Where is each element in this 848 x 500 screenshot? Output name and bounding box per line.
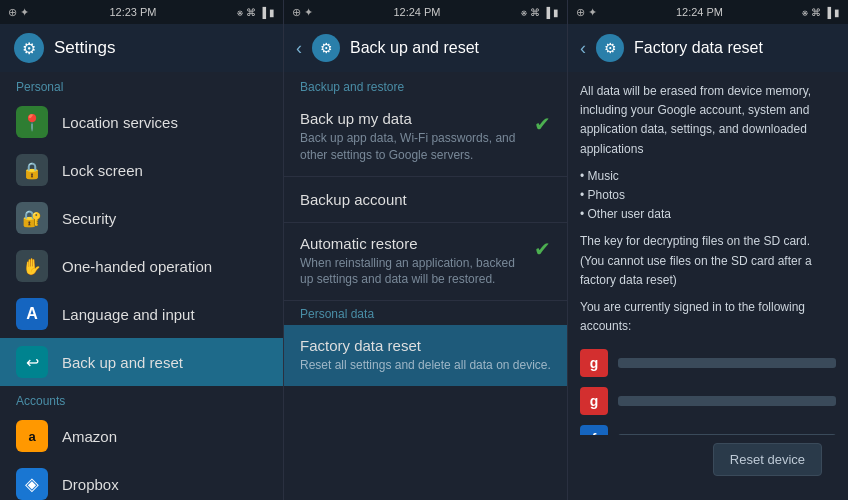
factory-header-icon: ⚙: [596, 34, 624, 62]
google1-name-bar: [618, 358, 836, 368]
backup-my-data-item[interactable]: Back up my data Back up app data, Wi-Fi …: [284, 98, 567, 177]
right-panel: ⊕ ✦ 12:24 PM ⎈ ⌘ ▐ ▮ ‹ ⚙ Factory data re…: [568, 0, 848, 500]
google1-icon: g: [580, 349, 608, 377]
language-label: Language and input: [62, 306, 195, 323]
backup-account-item[interactable]: Backup account: [284, 177, 567, 223]
auto-restore-text: Automatic restore When reinstalling an a…: [300, 235, 526, 289]
signal-icon: ▐: [259, 7, 266, 18]
factory-reset-header: ‹ ⚙ Factory data reset: [568, 24, 848, 72]
backup-header-title: Back up and reset: [350, 39, 479, 57]
bluetooth-icon: ⎈: [237, 7, 243, 18]
middle-panel: ⊕ ✦ 12:24 PM ⎈ ⌘ ▐ ▮ ‹ ⚙ Back up and res…: [284, 0, 568, 500]
accounts-list: g g f f: [580, 344, 836, 435]
factory-reset-content: All data will be erased from device memo…: [568, 72, 848, 500]
status-bar-middle: ⊕ ✦ 12:24 PM ⎈ ⌘ ▐ ▮: [284, 0, 567, 24]
backup-restore-label: Backup and restore: [284, 72, 567, 98]
bluetooth-mid-icon: ⎈: [521, 7, 527, 18]
battery-right-icon: ▮: [834, 7, 840, 18]
backup-my-data-title: Back up my data: [300, 110, 526, 127]
wifi-mid-icon: ⌘: [530, 7, 540, 18]
signal-mid-icon: ▐: [543, 7, 550, 18]
sidebar-item-onehand[interactable]: ✋ One-handed operation: [0, 242, 283, 290]
back-arrow-right[interactable]: ‹: [580, 38, 586, 59]
carrier-mid: ⊕ ✦: [292, 6, 313, 19]
personal-data-label: Personal data: [284, 301, 567, 325]
left-panel: ⊕ ✦ 12:23 PM ⎈ ⌘ ▐ ▮ ⚙ Settings Personal…: [0, 0, 284, 500]
wifi-right-icon: ⌘: [811, 7, 821, 18]
factory-desc-2: The key for decrypting files on the SD c…: [580, 232, 836, 290]
factory-reset-desc: Reset all settings and delete all data o…: [300, 357, 551, 374]
onehand-label: One-handed operation: [62, 258, 212, 275]
status-right-mid: ⎈ ⌘ ▐ ▮: [521, 7, 559, 18]
factory-reset-item[interactable]: Factory data reset Reset all settings an…: [284, 325, 567, 386]
sidebar-item-security[interactable]: 🔐 Security: [0, 194, 283, 242]
status-bar-left: ⊕ ✦ 12:23 PM ⎈ ⌘ ▐ ▮: [0, 0, 283, 24]
backup-my-data-text: Back up my data Back up app data, Wi-Fi …: [300, 110, 526, 164]
location-label: Location services: [62, 114, 178, 131]
settings-header: ⚙ Settings: [0, 24, 283, 72]
google2-name-bar: [618, 396, 836, 406]
account-google-1: g: [580, 344, 836, 382]
bullet-music: • Music • Photos • Other user data: [580, 167, 836, 225]
status-time-left: 12:23 PM: [109, 6, 156, 18]
battery-mid-icon: ▮: [553, 7, 559, 18]
back-arrow-mid[interactable]: ‹: [296, 38, 302, 59]
carrier-text: ⊕ ✦: [8, 6, 29, 19]
auto-restore-check: ✔: [534, 237, 551, 261]
status-left-mid: ⊕ ✦: [292, 6, 313, 19]
dropbox-label: Dropbox: [62, 476, 119, 493]
status-right-icons: ⎈ ⌘ ▐ ▮: [237, 7, 275, 18]
backup-my-data-desc: Back up app data, Wi-Fi passwords, and o…: [300, 130, 526, 164]
account-google-2: g: [580, 382, 836, 420]
status-bar-right: ⊕ ✦ 12:24 PM ⎈ ⌘ ▐ ▮: [568, 0, 848, 24]
backup-label: Back up and reset: [62, 354, 183, 371]
location-icon: 📍: [16, 106, 48, 138]
amazon-label: Amazon: [62, 428, 117, 445]
factory-reset-scroll: All data will be erased from device memo…: [568, 72, 848, 435]
auto-restore-item[interactable]: Automatic restore When reinstalling an a…: [284, 223, 567, 302]
sidebar-item-location[interactable]: 📍 Location services: [0, 98, 283, 146]
facebook1-icon: f: [580, 425, 608, 435]
status-time-mid: 12:24 PM: [393, 6, 440, 18]
sidebar-item-language[interactable]: A Language and input: [0, 290, 283, 338]
lock-icon: 🔒: [16, 154, 48, 186]
onehand-icon: ✋: [16, 250, 48, 282]
reset-device-button[interactable]: Reset device: [713, 443, 822, 476]
auto-restore-title: Automatic restore: [300, 235, 526, 252]
backup-account-title: Backup account: [300, 191, 551, 208]
signal-right-icon: ▐: [824, 7, 831, 18]
battery-icon: ▮: [269, 7, 275, 18]
wifi-icon: ⌘: [246, 7, 256, 18]
security-icon: 🔐: [16, 202, 48, 234]
backup-header: ‹ ⚙ Back up and reset: [284, 24, 567, 72]
factory-desc-1: All data will be erased from device memo…: [580, 82, 836, 159]
factory-reset-title: Factory data reset: [300, 337, 551, 354]
dropbox-icon: ◈: [16, 468, 48, 500]
status-time-right: 12:24 PM: [676, 6, 723, 18]
amazon-icon: a: [16, 420, 48, 452]
section-personal: Personal: [0, 72, 283, 98]
factory-header-title: Factory data reset: [634, 39, 763, 57]
status-right-right: ⎈ ⌘ ▐ ▮: [802, 7, 840, 18]
account-facebook-1: f: [580, 420, 836, 435]
settings-gear-icon: ⚙: [14, 33, 44, 63]
bluetooth-right-icon: ⎈: [802, 7, 808, 18]
section-accounts: Accounts: [0, 386, 283, 412]
status-left-right: ⊕ ✦: [576, 6, 597, 19]
backup-header-icon: ⚙: [312, 34, 340, 62]
backup-icon: ↩: [16, 346, 48, 378]
factory-desc-3: You are currently signed in to the follo…: [580, 298, 836, 336]
backup-my-data-check: ✔: [534, 112, 551, 136]
lock-label: Lock screen: [62, 162, 143, 179]
status-left-icons: ⊕ ✦: [8, 6, 29, 19]
language-icon: A: [16, 298, 48, 330]
sidebar-item-backup[interactable]: ↩ Back up and reset: [0, 338, 283, 386]
sidebar-item-dropbox[interactable]: ◈ Dropbox: [0, 460, 283, 500]
auto-restore-desc: When reinstalling an application, backed…: [300, 255, 526, 289]
sidebar-item-amazon[interactable]: a Amazon: [0, 412, 283, 460]
reset-device-container: Reset device: [568, 435, 848, 500]
google2-icon: g: [580, 387, 608, 415]
settings-title: Settings: [54, 38, 115, 58]
sidebar-item-lock[interactable]: 🔒 Lock screen: [0, 146, 283, 194]
carrier-right: ⊕ ✦: [576, 6, 597, 19]
